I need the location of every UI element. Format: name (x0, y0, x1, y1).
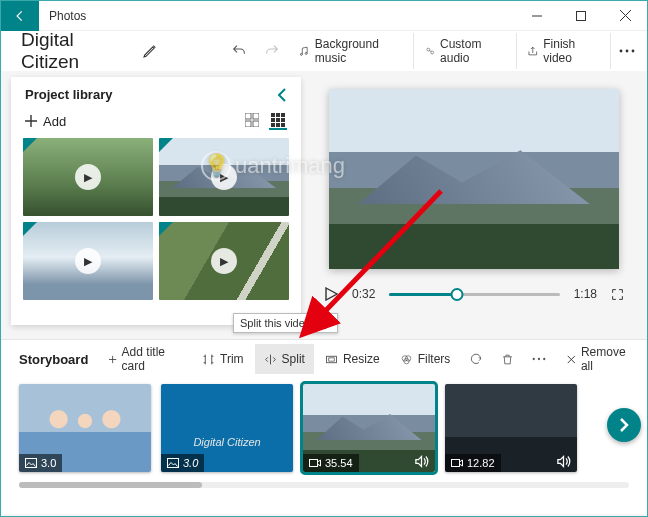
split-button[interactable]: Split (255, 344, 314, 374)
minimize-button[interactable] (515, 1, 559, 31)
split-icon (264, 353, 277, 366)
remove-all-button[interactable]: Remove all (558, 344, 637, 374)
rotate-button[interactable] (461, 344, 491, 374)
delete-clip-button[interactable] (493, 344, 522, 374)
undo-icon (231, 43, 247, 59)
storyboard-strip[interactable]: 3.0 Digital Citizen 3.0 35.54 12.82 (11, 378, 637, 472)
volume-icon[interactable] (556, 455, 571, 468)
svg-point-6 (620, 50, 623, 53)
bg-music-button[interactable]: Background music (288, 33, 412, 69)
preview-frame (329, 89, 619, 269)
clip-more-button[interactable] (524, 344, 554, 374)
trim-label: Trim (220, 352, 244, 366)
redo-button[interactable] (255, 33, 288, 69)
top-tools: Background music Custom audio Finish vid… (288, 33, 643, 69)
project-library-panel: Project library Add ▶ ▶ ▶ ▶ (11, 77, 301, 325)
plus-icon (109, 354, 116, 365)
add-label: Add (43, 114, 66, 129)
library-item[interactable]: ▶ (159, 222, 289, 300)
play-button[interactable] (324, 287, 338, 301)
project-name[interactable]: Digital Citizen (5, 29, 134, 73)
resize-icon (325, 353, 338, 366)
more-button[interactable] (610, 33, 643, 69)
undo-button[interactable] (222, 33, 255, 69)
remove-all-label: Remove all (581, 345, 628, 373)
maximize-icon (576, 11, 586, 21)
svg-rect-1 (577, 11, 586, 20)
maximize-button[interactable] (559, 1, 603, 31)
library-item[interactable]: ▶ (23, 222, 153, 300)
fullscreen-button[interactable] (611, 288, 624, 301)
back-button[interactable] (1, 1, 39, 31)
volume-icon[interactable] (414, 455, 429, 468)
svg-rect-10 (253, 113, 259, 119)
trim-icon (202, 353, 215, 366)
x-icon (567, 354, 576, 365)
svg-rect-19 (271, 123, 275, 127)
storyboard-clip[interactable]: 12.82 (445, 384, 577, 472)
finish-video-button[interactable]: Finish video (516, 33, 610, 69)
storyboard-scrollbar[interactable] (19, 482, 629, 488)
total-time: 1:18 (574, 287, 597, 301)
clip-duration: 3.0 (41, 457, 56, 469)
app-title: Photos (39, 9, 515, 23)
filters-button[interactable]: Filters (391, 344, 460, 374)
svg-rect-20 (276, 123, 280, 127)
current-time: 0:32 (352, 287, 375, 301)
library-item[interactable]: ▶ (23, 138, 153, 216)
split-tooltip: Split this video clip (233, 313, 338, 333)
grid-small-icon (271, 113, 285, 127)
storyboard-clip-selected[interactable]: 35.54 (303, 384, 435, 472)
player-controls: 0:32 1:18 (324, 287, 624, 301)
svg-rect-22 (327, 356, 337, 363)
export-icon (527, 45, 539, 58)
svg-point-8 (632, 50, 635, 53)
clip-duration: 35.54 (325, 457, 353, 469)
svg-rect-12 (253, 121, 259, 127)
storyboard-clip[interactable]: Digital Citizen 3.0 (161, 384, 293, 472)
arrow-left-icon (13, 9, 27, 23)
play-icon: ▶ (211, 248, 237, 274)
svg-rect-32 (310, 460, 318, 467)
add-title-card-button[interactable]: Add title card (100, 344, 176, 374)
window-controls (515, 1, 647, 31)
storyboard-clip[interactable]: 3.0 (19, 384, 151, 472)
grid-large-icon (245, 113, 259, 127)
mic-icon (424, 45, 436, 58)
chevron-left-icon (277, 88, 287, 102)
svg-rect-16 (271, 118, 275, 122)
add-media-button[interactable]: Add (25, 114, 66, 129)
seek-slider[interactable] (389, 287, 559, 301)
plus-icon (25, 115, 37, 127)
svg-rect-13 (271, 113, 275, 117)
play-icon: ▶ (211, 164, 237, 190)
svg-point-27 (533, 358, 535, 360)
resize-button[interactable]: Resize (316, 344, 389, 374)
bg-music-label: Background music (315, 37, 403, 65)
video-icon (451, 458, 463, 468)
resize-label: Resize (343, 352, 380, 366)
collapse-library-button[interactable] (277, 88, 287, 102)
custom-audio-button[interactable]: Custom audio (413, 33, 516, 69)
play-icon: ▶ (75, 164, 101, 190)
rename-button[interactable] (134, 33, 167, 69)
play-icon: ▶ (75, 248, 101, 274)
svg-rect-23 (329, 357, 334, 360)
trash-icon (501, 353, 514, 366)
svg-rect-21 (281, 123, 285, 127)
video-icon (309, 458, 321, 468)
library-item[interactable]: ▶ (159, 138, 289, 216)
scroll-right-button[interactable] (607, 408, 641, 442)
svg-rect-9 (245, 113, 251, 119)
svg-rect-14 (276, 113, 280, 117)
svg-point-7 (626, 50, 629, 53)
trim-button[interactable]: Trim (193, 344, 253, 374)
filters-label: Filters (418, 352, 451, 366)
grid-large-view[interactable] (243, 112, 261, 130)
svg-point-28 (538, 358, 540, 360)
library-header: Project library (25, 87, 112, 102)
rotate-icon (469, 352, 483, 366)
grid-small-view[interactable] (269, 112, 287, 130)
close-button[interactable] (603, 1, 647, 31)
storyboard-label: Storyboard (11, 352, 98, 367)
